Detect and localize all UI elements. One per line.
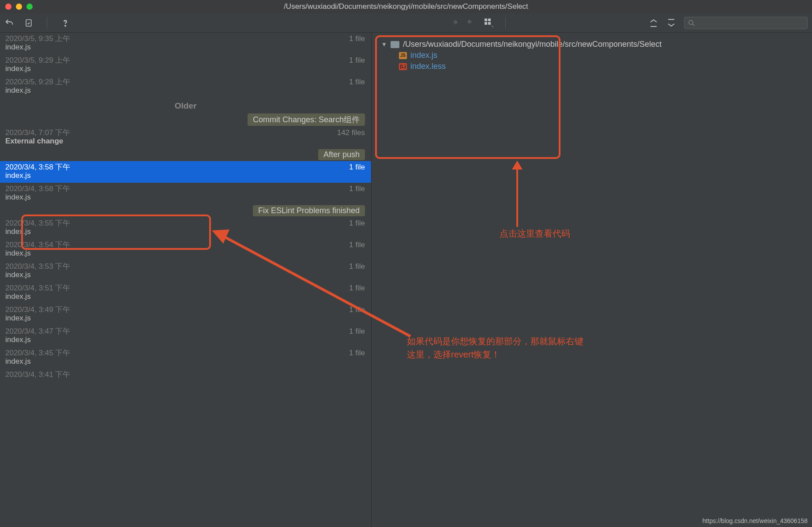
search-input[interactable] <box>698 19 804 26</box>
tree-folder-root[interactable]: ▼ /Users/wuxiaodi/Documents/neikongyi/mo… <box>381 39 812 50</box>
tree-file[interactable]: JS index.js <box>399 50 812 61</box>
history-entry[interactable]: 2020/3/5, 9:35 上午 index.js 1 file <box>0 33 371 54</box>
tree-root-label: /Users/wuxiaodi/Documents/neikongyi/mobi… <box>403 40 662 49</box>
tree-file-label: index.js <box>410 51 437 60</box>
folder-icon <box>391 41 399 48</box>
history-entry[interactable]: 2020/3/4, 3:58 下午 index.js 1 file <box>0 183 371 204</box>
history-entry-external[interactable]: 2020/3/4, 7:07 下午 External change 142 fi… <box>0 127 371 148</box>
search-box[interactable] <box>684 17 808 29</box>
annotation-arrow-1 <box>495 161 539 227</box>
minimize-window-icon[interactable] <box>16 4 22 10</box>
svg-rect-3 <box>488 19 491 21</box>
history-entry[interactable]: 2020/3/4, 3:51 下午 index.js 1 file <box>0 282 371 304</box>
svg-point-6 <box>689 20 693 24</box>
grid-icon[interactable] <box>484 18 494 28</box>
older-header: Older <box>0 98 371 113</box>
expand-all-icon[interactable] <box>649 18 658 28</box>
fix-badge: Fix ESLint Problems finished <box>253 205 365 216</box>
undo-arrow-icon[interactable] <box>466 18 476 28</box>
undo-icon[interactable] <box>4 18 14 28</box>
redo-arrow-icon[interactable] <box>449 18 459 28</box>
history-entry[interactable]: 2020/3/4, 3:53 下午 index.js 1 file <box>0 260 371 282</box>
svg-rect-2 <box>485 19 487 21</box>
history-entry[interactable]: 2020/3/4, 3:41 下午 <box>0 369 371 381</box>
less-file-icon: {L} <box>399 63 407 70</box>
history-entry[interactable]: 2020/3/4, 3:47 下午 index.js 1 file <box>0 325 371 347</box>
history-entry[interactable]: 2020/3/5, 9:29 上午 index.js 1 file <box>0 54 371 76</box>
history-panel[interactable]: 2020/3/5, 9:35 上午 index.js 1 file 2020/3… <box>0 33 372 527</box>
svg-point-1 <box>65 25 66 26</box>
history-entry[interactable]: 2020/3/4, 3:55 下午 index.js 1 file <box>0 217 371 239</box>
toolbar <box>0 13 812 33</box>
after-push-badge: After push <box>318 149 365 160</box>
svg-rect-0 <box>26 19 31 26</box>
collapse-all-icon[interactable] <box>666 18 676 28</box>
annotation-text-2: 如果代码是你想恢复的那部分，那就鼠标右键 这里，选择revert恢复！ <box>407 335 583 361</box>
svg-rect-5 <box>488 22 491 25</box>
search-icon <box>688 19 695 26</box>
file-tree-panel: ▼ /Users/wuxiaodi/Documents/neikongyi/mo… <box>372 33 812 527</box>
close-window-icon[interactable] <box>5 4 11 10</box>
tree-file[interactable]: {L} index.less <box>399 61 812 72</box>
history-entry-selected[interactable]: 2020/3/4, 3:58 下午 index.js 1 file <box>0 161 371 183</box>
commit-badge: Commit Changes: Search组件 <box>248 113 365 126</box>
caret-down-icon: ▼ <box>381 41 387 48</box>
annotation-text-1: 点击这里查看代码 <box>500 227 570 240</box>
maximize-window-icon[interactable] <box>26 4 33 10</box>
tree-file-label: index.less <box>410 62 446 71</box>
js-file-icon: JS <box>399 52 407 59</box>
history-entry[interactable]: 2020/3/5, 9:28 上午 index.js 1 file <box>0 76 371 98</box>
clipboard-icon[interactable] <box>24 18 34 28</box>
help-icon[interactable] <box>60 18 70 28</box>
history-entry[interactable]: 2020/3/4, 3:49 下午 index.js 1 file <box>0 304 371 325</box>
titlebar: /Users/wuxiaodi/Documents/neikongyi/mobi… <box>0 0 812 13</box>
svg-rect-4 <box>485 22 487 25</box>
history-entry[interactable]: 2020/3/4, 3:45 下午 index.js 1 file <box>0 347 371 369</box>
history-entry[interactable]: 2020/3/4, 3:54 下午 index.js 1 file <box>0 239 371 260</box>
window-title: /Users/wuxiaodi/Documents/neikongyi/mobi… <box>284 2 528 11</box>
watermark: https://blog.csdn.net/weixin_43606158 <box>703 517 808 524</box>
window-controls <box>5 4 33 10</box>
